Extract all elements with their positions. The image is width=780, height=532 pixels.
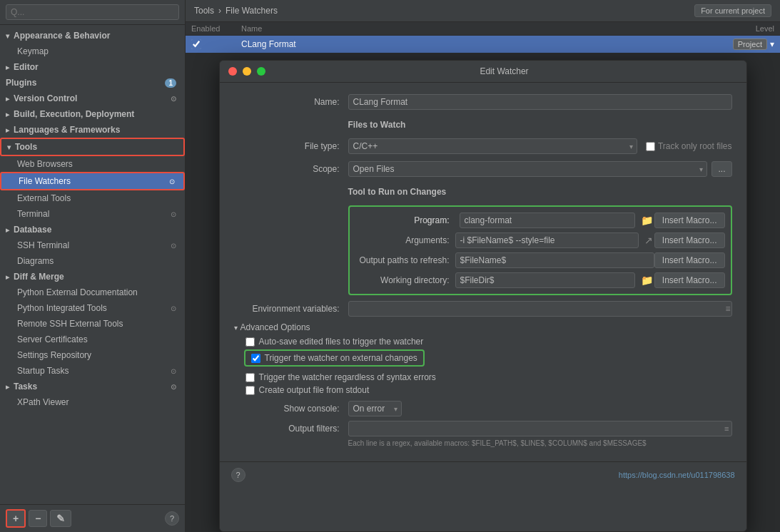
modal-url: https://blog.csdn.net/u011798638 (619, 471, 735, 479)
output-filters-input[interactable] (348, 421, 732, 436)
sidebar-item-python-int-tools[interactable]: Python Integrated Tools ⊙ (0, 300, 185, 316)
sidebar-item-server-certs[interactable]: Server Certificates (0, 332, 185, 347)
file-watchers-icon: ⊙ (169, 178, 175, 185)
output-paths-label: Output paths to refresh: (355, 255, 455, 265)
close-button[interactable] (228, 67, 237, 76)
sidebar-item-keymap[interactable]: Keymap (0, 44, 185, 59)
show-console-row: Show console: On error ▾ (234, 401, 732, 416)
trigger-external-row: Trigger the watcher on external changes (244, 349, 425, 367)
arrow-right-icon2: ▸ (6, 95, 9, 103)
sidebar-item-file-watchers[interactable]: File Watchers ⊙ (0, 172, 185, 190)
modal-footer: ? https://blog.csdn.net/u011798638 (220, 461, 746, 488)
show-console-label: Show console: (234, 404, 348, 414)
fw-table-row[interactable]: CLang Format Project ▾ (186, 36, 780, 53)
sidebar-item-appearance-behavior[interactable]: ▾ Appearance & Behavior (0, 28, 185, 44)
arguments-insert-macro-button[interactable]: Insert Macro... (654, 232, 725, 248)
sidebar-item-languages[interactable]: ▸ Languages & Frameworks (0, 122, 185, 138)
ssh-icon: ⊙ (171, 242, 176, 250)
working-dir-label: Working directory: (355, 275, 455, 285)
name-row: Name: (234, 94, 732, 110)
help-button[interactable]: ? (165, 511, 179, 526)
auto-save-checkbox[interactable] (245, 337, 255, 347)
name-input[interactable] (348, 94, 732, 110)
remove-button[interactable]: − (29, 510, 47, 527)
edit-button[interactable]: ✎ (50, 510, 71, 527)
scope-select-row: Open Files ▾ ... (348, 161, 732, 177)
scope-select[interactable]: Open Files (348, 161, 708, 177)
search-input[interactable] (6, 4, 179, 20)
fw-row-enabled (191, 39, 241, 49)
working-dir-insert-macro-button[interactable]: Insert Macro... (654, 272, 725, 288)
sidebar-item-ssh-terminal[interactable]: SSH Terminal ⊙ (0, 237, 185, 253)
sidebar-list: ▾ Appearance & Behavior Keymap ▸ Editor … (0, 25, 185, 504)
add-button[interactable]: + (6, 509, 26, 528)
sidebar: ▾ Appearance & Behavior Keymap ▸ Editor … (0, 0, 186, 532)
scope-label: Scope: (234, 164, 348, 174)
sidebar-item-tasks[interactable]: ▸ Tasks ⊙ (0, 379, 185, 394)
arguments-row: Arguments: ↗ Insert Macro... (355, 232, 725, 248)
show-console-select[interactable]: On error (348, 401, 402, 416)
track-only-root-checkbox[interactable] (646, 142, 655, 151)
program-folder-button[interactable]: 📁 (639, 215, 654, 226)
sidebar-item-web-browsers[interactable]: Web Browsers (0, 156, 185, 172)
right-panel: Tools › File Watchers For current projec… (186, 0, 780, 532)
breadcrumb-bar: Tools › File Watchers For current projec… (186, 0, 780, 22)
sidebar-item-database[interactable]: ▸ Database (0, 222, 185, 237)
name-label: Name: (234, 97, 348, 107)
modal-help-button[interactable]: ? (231, 468, 245, 482)
breadcrumb-sep: › (218, 6, 221, 16)
sidebar-item-remote-ssh[interactable]: Remote SSH External Tools (0, 316, 185, 332)
sidebar-item-diagrams[interactable]: Diagrams (0, 253, 185, 269)
trigger-syntax-label: Trigger the watcher regardless of syntax… (259, 372, 436, 382)
sidebar-item-python-ext-doc[interactable]: Python External Documentation (0, 285, 185, 300)
arguments-folder-button[interactable]: ↗ (643, 235, 654, 246)
create-output-checkbox[interactable] (245, 386, 255, 395)
sidebar-item-editor[interactable]: ▸ Editor (0, 59, 185, 75)
fw-enabled-checkbox[interactable] (191, 39, 201, 49)
sidebar-item-startup-tasks[interactable]: Startup Tasks ⊙ (0, 363, 185, 379)
tool-to-run-title: Tool to Run on Changes (348, 187, 447, 197)
trigger-external-label: Trigger the watcher on external changes (265, 353, 417, 363)
file-type-select-wrapper: C/C++ ▾ (348, 138, 637, 154)
arguments-input[interactable] (455, 232, 639, 248)
minimize-button[interactable] (243, 67, 251, 76)
tool-to-run-section: Tool to Run on Changes (234, 184, 732, 203)
file-type-select[interactable]: C/C++ (348, 138, 637, 154)
auto-save-label: Auto-save edited files to trigger the wa… (259, 337, 424, 347)
env-vars-button[interactable]: ≡ (725, 304, 730, 314)
output-paths-insert-macro-button[interactable]: Insert Macro... (654, 252, 725, 268)
advanced-arrow-icon: ▾ (234, 324, 238, 332)
tasks-icon: ⊙ (171, 383, 176, 391)
trigger-external-checkbox[interactable] (251, 354, 260, 363)
sidebar-item-build-exec[interactable]: ▸ Build, Execution, Deployment (0, 106, 185, 122)
output-paths-input[interactable] (455, 252, 654, 268)
program-insert-macro-button[interactable]: Insert Macro... (654, 213, 725, 228)
files-to-watch-section: Files to Watch (234, 117, 732, 135)
sidebar-item-external-tools[interactable]: External Tools (0, 190, 185, 206)
col-header-level: Level (689, 24, 774, 33)
sidebar-bottom-bar: + − ✎ ? (0, 504, 185, 532)
sidebar-item-xpath-viewer[interactable]: XPath Viewer (0, 394, 185, 410)
output-filters-wrapper: ≡ (348, 421, 732, 436)
sidebar-item-terminal[interactable]: Terminal ⊙ (0, 206, 185, 222)
breadcrumb-current: File Watchers (226, 6, 278, 16)
trigger-syntax-checkbox[interactable] (245, 373, 255, 382)
sidebar-item-plugins[interactable]: Plugins 1 (0, 75, 185, 91)
scope-more-button[interactable]: ... (711, 161, 731, 177)
sidebar-item-settings-repo[interactable]: Settings Repository (0, 347, 185, 363)
sidebar-item-diff-merge[interactable]: ▸ Diff & Merge (0, 269, 185, 285)
file-watchers-table: Enabled Name Level CLang Format Project … (186, 22, 780, 53)
working-dir-folder-button[interactable]: 📁 (639, 275, 654, 286)
program-input[interactable] (460, 213, 635, 228)
env-vars-input-wrapper: ≡ (348, 301, 732, 317)
sidebar-item-tools[interactable]: ▾ Tools (0, 138, 185, 156)
fw-row-name: CLang Format (241, 39, 689, 49)
advanced-options-header[interactable]: ▾ Advanced Options (234, 322, 732, 332)
arrow-right-icon6: ▸ (6, 273, 9, 281)
for-current-project-button[interactable]: For current project (694, 4, 771, 17)
maximize-button[interactable] (257, 67, 265, 76)
py-int-icon: ⊙ (171, 305, 176, 312)
working-dir-input[interactable] (455, 272, 635, 288)
sidebar-item-version-control[interactable]: ▸ Version Control ⊙ (0, 91, 185, 106)
env-vars-input[interactable] (348, 301, 732, 317)
